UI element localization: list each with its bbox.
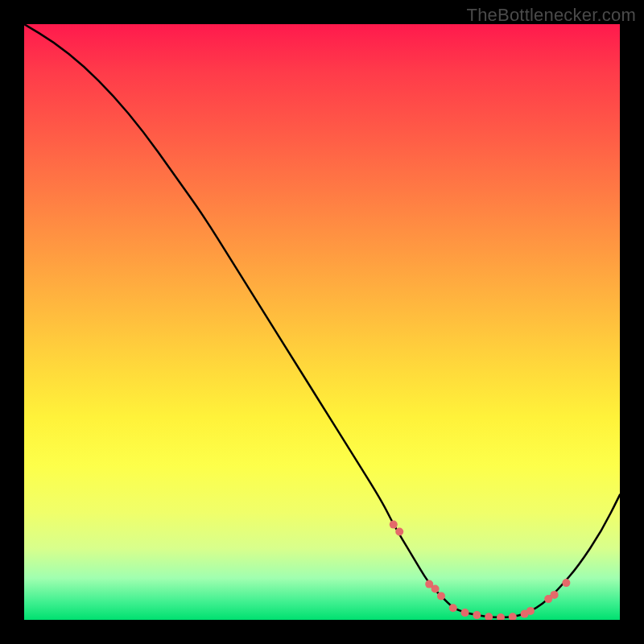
chart-frame [24, 24, 620, 620]
watermark-text: TheBottlenecker.com [467, 5, 636, 26]
heat-gradient [24, 24, 620, 620]
plot-area [24, 24, 620, 620]
